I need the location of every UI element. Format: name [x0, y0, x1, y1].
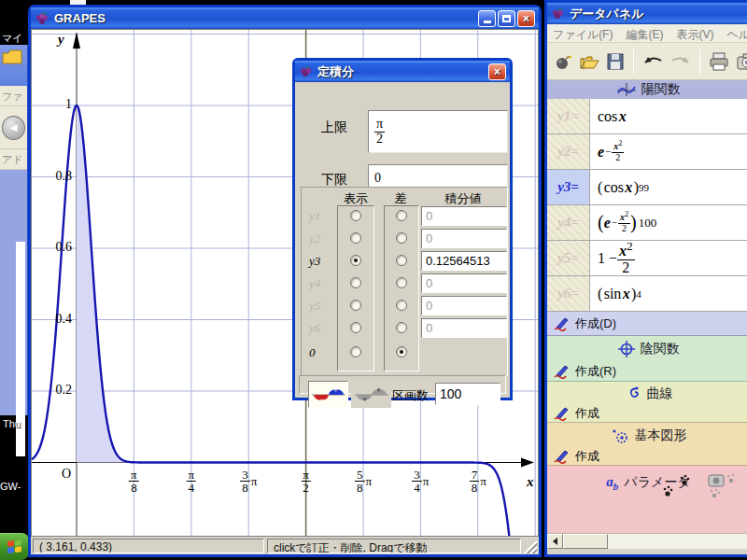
- display-radio-y2[interactable]: [350, 232, 361, 244]
- maximize-button[interactable]: [498, 10, 515, 27]
- scroll-left-button[interactable]: [547, 534, 563, 549]
- function-label-y6[interactable]: y6=: [547, 276, 590, 311]
- function-formula-y2[interactable]: e− x22: [590, 134, 747, 169]
- difference-radio-y4[interactable]: [396, 277, 407, 288]
- function-formula-y6[interactable]: ( sin x )4: [590, 276, 747, 311]
- desktop-label-thu: Thu: [3, 418, 21, 429]
- integral-value-y3[interactable]: 0.12564513: [421, 251, 507, 271]
- divisions-field[interactable]: 100: [435, 383, 500, 405]
- menu-item-2[interactable]: 表示(V): [676, 27, 713, 39]
- panel-titlebar[interactable]: データパネル: [547, 3, 747, 24]
- difference-radio-y2[interactable]: [396, 232, 407, 244]
- display-radio-y4[interactable]: [350, 277, 361, 288]
- back-button[interactable]: ◄: [2, 116, 25, 140]
- pen-icon: [553, 316, 570, 331]
- create-curve-button[interactable]: 作成: [547, 404, 747, 423]
- row-label-y6[interactable]: y6: [309, 321, 320, 336]
- function-list: y1=cos xy2=e− x22y3=( cos x )99y4=(e− x2…: [547, 99, 747, 312]
- integral-table: 表示 差 積分値 y10y20y30.12564513y40y50y600: [301, 187, 508, 376]
- difference-radio-0[interactable]: [396, 346, 407, 357]
- row-label-y5[interactable]: y5: [309, 299, 320, 314]
- function-formula-y4[interactable]: (e− x22)100: [590, 205, 747, 240]
- dialog-titlebar[interactable]: 定積分 ×: [295, 61, 510, 82]
- difference-radio-y1[interactable]: [396, 210, 407, 221]
- implicit-function-icon: [618, 341, 635, 357]
- row-label-y4[interactable]: y4: [309, 276, 320, 291]
- print-icon[interactable]: [708, 50, 730, 73]
- integral-value-y2[interactable]: 0: [421, 229, 507, 248]
- status-bar: ( 3.161, 0.433) clickで訂正・削除, Dragで移動: [31, 538, 539, 554]
- absolute-area-mode-button[interactable]: + +: [351, 381, 391, 408]
- implicit-section: 陰関数 作成(R): [547, 336, 747, 382]
- display-radio-y3[interactable]: [350, 255, 361, 266]
- function-label-y3[interactable]: y3=: [547, 170, 590, 204]
- menu-item-0[interactable]: ファイル(F): [553, 27, 613, 39]
- function-label-y2[interactable]: y2=: [547, 134, 590, 169]
- difference-radio-y5[interactable]: [396, 300, 407, 311]
- create-basic-shape-button[interactable]: 作成: [547, 447, 747, 466]
- paw-prints-icon: [660, 469, 742, 503]
- grape-icon: [299, 64, 313, 78]
- panel-horizontal-scrollbar: [547, 533, 747, 549]
- undo-icon[interactable]: [641, 50, 664, 73]
- resize-grip[interactable]: [524, 539, 537, 553]
- integral-value-y1[interactable]: 0: [421, 206, 507, 226]
- function-label-y5[interactable]: y5=: [547, 241, 590, 275]
- explorer-body-fragment: [0, 172, 27, 415]
- curve-icon: [625, 385, 641, 402]
- function-label-y4[interactable]: y4=: [547, 205, 590, 240]
- display-radio-y5[interactable]: [350, 300, 361, 311]
- create-implicit-button[interactable]: 作成(R): [547, 362, 747, 381]
- function-formula-y3[interactable]: ( cos x )99: [590, 170, 747, 204]
- close-button[interactable]: ×: [517, 10, 535, 27]
- scroll-thumb[interactable]: [563, 534, 608, 549]
- grape-icon: [35, 11, 49, 26]
- function-row-y4: y4=(e− x22)100: [547, 205, 747, 241]
- menu-item-1[interactable]: 編集(E): [626, 27, 663, 39]
- upper-limit-field[interactable]: π2: [368, 110, 508, 153]
- camera-icon[interactable]: [736, 50, 747, 73]
- display-radio-0[interactable]: [350, 346, 361, 357]
- new-bomb-icon[interactable]: [553, 50, 573, 73]
- status-hint: clickで訂正・削除, Dragで移動: [267, 539, 521, 553]
- parameter-icon: ab: [606, 474, 618, 492]
- definite-integral-dialog: 定積分 × 上限 π2 下限 0 表示 差 積分値 y10y20y30.1256…: [292, 58, 513, 400]
- function-label-y1[interactable]: y1=: [547, 99, 590, 133]
- dialog-title: 定積分: [317, 63, 354, 80]
- basic-shapes-section: 基本図形 作成: [547, 423, 747, 466]
- signed-area-mode-button[interactable]: − +: [308, 381, 348, 408]
- save-icon[interactable]: [605, 50, 626, 73]
- integral-value-y6[interactable]: 0: [421, 318, 507, 338]
- function-row-y6: y6=( sin x )4: [547, 276, 747, 312]
- function-formula-y1[interactable]: cos x: [590, 99, 747, 133]
- minimize-button[interactable]: [478, 10, 496, 27]
- explicit-function-icon: [617, 83, 636, 96]
- function-formula-y5[interactable]: 1 − x22: [590, 241, 747, 275]
- grapes-titlebar[interactable]: GRAPES ×: [31, 7, 539, 29]
- explorer-window-fragment: ファ ◄ アド: [0, 45, 29, 415]
- signed-wave-icon: − +: [312, 385, 345, 405]
- open-icon[interactable]: [579, 50, 599, 73]
- panel-menubar: ファイル(F)編集(E)表示(V)ヘルプ(H: [547, 24, 747, 43]
- display-radio-y6[interactable]: [350, 322, 361, 333]
- start-button[interactable]: [0, 533, 29, 560]
- create-explicit-button[interactable]: 作成(D): [547, 312, 747, 336]
- desktop-icon-label: マイ: [2, 32, 23, 46]
- integral-value-y5[interactable]: 0: [421, 296, 507, 315]
- dialog-close-button[interactable]: ×: [488, 63, 506, 80]
- panel-toolbar: [547, 43, 747, 80]
- function-row-y3: y3=( cos x )99: [547, 170, 747, 205]
- redo-icon[interactable]: [669, 50, 692, 73]
- row-label-0[interactable]: 0: [309, 345, 316, 360]
- menu-item-3[interactable]: ヘルプ(H: [726, 27, 747, 39]
- row-label-y2[interactable]: y2: [309, 231, 320, 246]
- integral-value-y4[interactable]: 0: [421, 273, 507, 293]
- explorer-address-fragment: アド: [0, 149, 27, 170]
- windows-logo-icon: [7, 539, 22, 554]
- row-label-y1[interactable]: y1: [309, 209, 320, 224]
- difference-radio-y6[interactable]: [396, 322, 407, 333]
- difference-radio-y3[interactable]: [396, 255, 407, 266]
- column-integral-value: 積分値: [421, 190, 505, 207]
- display-radio-y1[interactable]: [350, 210, 361, 221]
- row-label-y3[interactable]: y3: [309, 254, 320, 269]
